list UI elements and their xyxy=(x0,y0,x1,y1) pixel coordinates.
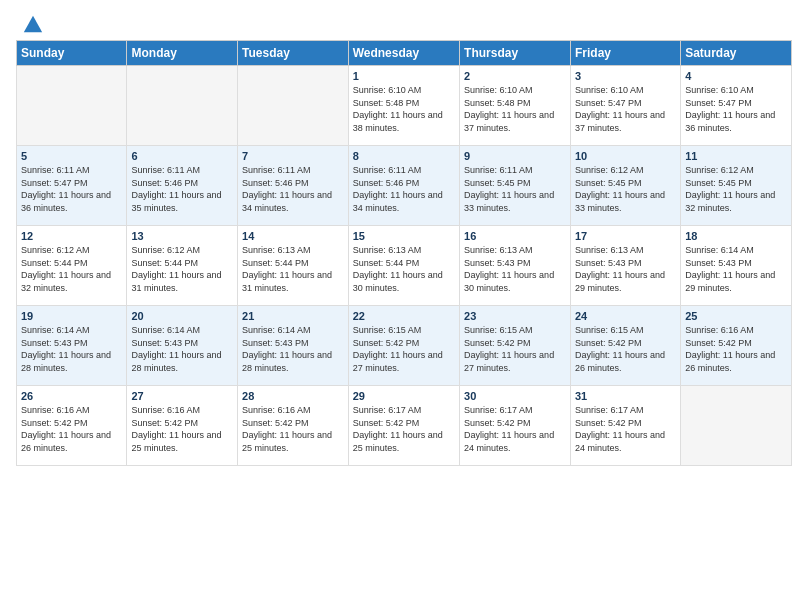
day-number: 23 xyxy=(464,310,566,322)
day-number: 17 xyxy=(575,230,676,242)
calendar-cell: 27Sunrise: 6:16 AMSunset: 5:42 PMDayligh… xyxy=(127,386,238,466)
calendar-header-row: SundayMondayTuesdayWednesdayThursdayFrid… xyxy=(17,41,792,66)
day-number: 1 xyxy=(353,70,455,82)
day-number: 11 xyxy=(685,150,787,162)
calendar-cell: 26Sunrise: 6:16 AMSunset: 5:42 PMDayligh… xyxy=(17,386,127,466)
calendar-week-row: 19Sunrise: 6:14 AMSunset: 5:43 PMDayligh… xyxy=(17,306,792,386)
calendar-table: SundayMondayTuesdayWednesdayThursdayFrid… xyxy=(16,40,792,466)
calendar-cell: 20Sunrise: 6:14 AMSunset: 5:43 PMDayligh… xyxy=(127,306,238,386)
day-info: Sunrise: 6:11 AMSunset: 5:46 PMDaylight:… xyxy=(131,164,233,214)
day-number: 21 xyxy=(242,310,344,322)
day-number: 3 xyxy=(575,70,676,82)
day-number: 24 xyxy=(575,310,676,322)
calendar-cell: 15Sunrise: 6:13 AMSunset: 5:44 PMDayligh… xyxy=(348,226,459,306)
calendar-cell: 2Sunrise: 6:10 AMSunset: 5:48 PMDaylight… xyxy=(460,66,571,146)
calendar-cell: 10Sunrise: 6:12 AMSunset: 5:45 PMDayligh… xyxy=(570,146,680,226)
svg-marker-0 xyxy=(24,16,42,33)
calendar-cell: 8Sunrise: 6:11 AMSunset: 5:46 PMDaylight… xyxy=(348,146,459,226)
calendar-cell: 12Sunrise: 6:12 AMSunset: 5:44 PMDayligh… xyxy=(17,226,127,306)
day-info: Sunrise: 6:10 AMSunset: 5:48 PMDaylight:… xyxy=(353,84,455,134)
day-number: 28 xyxy=(242,390,344,402)
day-number: 15 xyxy=(353,230,455,242)
day-info: Sunrise: 6:15 AMSunset: 5:42 PMDaylight:… xyxy=(464,324,566,374)
calendar-cell: 13Sunrise: 6:12 AMSunset: 5:44 PMDayligh… xyxy=(127,226,238,306)
calendar-cell: 3Sunrise: 6:10 AMSunset: 5:47 PMDaylight… xyxy=(570,66,680,146)
day-info: Sunrise: 6:16 AMSunset: 5:42 PMDaylight:… xyxy=(685,324,787,374)
calendar-cell: 6Sunrise: 6:11 AMSunset: 5:46 PMDaylight… xyxy=(127,146,238,226)
day-info: Sunrise: 6:10 AMSunset: 5:47 PMDaylight:… xyxy=(685,84,787,134)
day-number: 22 xyxy=(353,310,455,322)
day-number: 31 xyxy=(575,390,676,402)
calendar-container: SundayMondayTuesdayWednesdayThursdayFrid… xyxy=(0,40,792,474)
col-header-sunday: Sunday xyxy=(17,41,127,66)
day-number: 25 xyxy=(685,310,787,322)
logo-icon xyxy=(22,14,44,36)
day-info: Sunrise: 6:12 AMSunset: 5:45 PMDaylight:… xyxy=(575,164,676,214)
col-header-wednesday: Wednesday xyxy=(348,41,459,66)
day-number: 12 xyxy=(21,230,122,242)
day-info: Sunrise: 6:16 AMSunset: 5:42 PMDaylight:… xyxy=(21,404,122,454)
col-header-saturday: Saturday xyxy=(681,41,792,66)
calendar-cell: 23Sunrise: 6:15 AMSunset: 5:42 PMDayligh… xyxy=(460,306,571,386)
col-header-friday: Friday xyxy=(570,41,680,66)
calendar-cell: 14Sunrise: 6:13 AMSunset: 5:44 PMDayligh… xyxy=(238,226,349,306)
day-number: 4 xyxy=(685,70,787,82)
day-info: Sunrise: 6:15 AMSunset: 5:42 PMDaylight:… xyxy=(353,324,455,374)
calendar-cell: 24Sunrise: 6:15 AMSunset: 5:42 PMDayligh… xyxy=(570,306,680,386)
day-number: 20 xyxy=(131,310,233,322)
day-number: 18 xyxy=(685,230,787,242)
day-info: Sunrise: 6:11 AMSunset: 5:46 PMDaylight:… xyxy=(242,164,344,214)
day-number: 16 xyxy=(464,230,566,242)
calendar-cell: 18Sunrise: 6:14 AMSunset: 5:43 PMDayligh… xyxy=(681,226,792,306)
day-info: Sunrise: 6:13 AMSunset: 5:44 PMDaylight:… xyxy=(353,244,455,294)
day-info: Sunrise: 6:11 AMSunset: 5:46 PMDaylight:… xyxy=(353,164,455,214)
day-info: Sunrise: 6:17 AMSunset: 5:42 PMDaylight:… xyxy=(575,404,676,454)
calendar-cell: 21Sunrise: 6:14 AMSunset: 5:43 PMDayligh… xyxy=(238,306,349,386)
calendar-cell: 31Sunrise: 6:17 AMSunset: 5:42 PMDayligh… xyxy=(570,386,680,466)
day-info: Sunrise: 6:16 AMSunset: 5:42 PMDaylight:… xyxy=(242,404,344,454)
day-number: 5 xyxy=(21,150,122,162)
day-number: 29 xyxy=(353,390,455,402)
calendar-cell: 22Sunrise: 6:15 AMSunset: 5:42 PMDayligh… xyxy=(348,306,459,386)
day-number: 19 xyxy=(21,310,122,322)
day-info: Sunrise: 6:13 AMSunset: 5:43 PMDaylight:… xyxy=(464,244,566,294)
calendar-cell xyxy=(17,66,127,146)
day-info: Sunrise: 6:12 AMSunset: 5:44 PMDaylight:… xyxy=(21,244,122,294)
calendar-cell: 29Sunrise: 6:17 AMSunset: 5:42 PMDayligh… xyxy=(348,386,459,466)
day-number: 30 xyxy=(464,390,566,402)
calendar-cell: 17Sunrise: 6:13 AMSunset: 5:43 PMDayligh… xyxy=(570,226,680,306)
day-number: 6 xyxy=(131,150,233,162)
day-info: Sunrise: 6:10 AMSunset: 5:48 PMDaylight:… xyxy=(464,84,566,134)
day-number: 27 xyxy=(131,390,233,402)
calendar-week-row: 26Sunrise: 6:16 AMSunset: 5:42 PMDayligh… xyxy=(17,386,792,466)
calendar-cell: 30Sunrise: 6:17 AMSunset: 5:42 PMDayligh… xyxy=(460,386,571,466)
day-info: Sunrise: 6:14 AMSunset: 5:43 PMDaylight:… xyxy=(685,244,787,294)
col-header-monday: Monday xyxy=(127,41,238,66)
day-number: 26 xyxy=(21,390,122,402)
day-number: 13 xyxy=(131,230,233,242)
day-info: Sunrise: 6:12 AMSunset: 5:45 PMDaylight:… xyxy=(685,164,787,214)
day-info: Sunrise: 6:11 AMSunset: 5:47 PMDaylight:… xyxy=(21,164,122,214)
day-info: Sunrise: 6:14 AMSunset: 5:43 PMDaylight:… xyxy=(131,324,233,374)
day-info: Sunrise: 6:15 AMSunset: 5:42 PMDaylight:… xyxy=(575,324,676,374)
col-header-tuesday: Tuesday xyxy=(238,41,349,66)
calendar-cell xyxy=(681,386,792,466)
calendar-cell: 11Sunrise: 6:12 AMSunset: 5:45 PMDayligh… xyxy=(681,146,792,226)
calendar-cell: 19Sunrise: 6:14 AMSunset: 5:43 PMDayligh… xyxy=(17,306,127,386)
calendar-cell: 9Sunrise: 6:11 AMSunset: 5:45 PMDaylight… xyxy=(460,146,571,226)
calendar-cell: 16Sunrise: 6:13 AMSunset: 5:43 PMDayligh… xyxy=(460,226,571,306)
day-number: 14 xyxy=(242,230,344,242)
calendar-week-row: 1Sunrise: 6:10 AMSunset: 5:48 PMDaylight… xyxy=(17,66,792,146)
calendar-cell: 4Sunrise: 6:10 AMSunset: 5:47 PMDaylight… xyxy=(681,66,792,146)
day-info: Sunrise: 6:10 AMSunset: 5:47 PMDaylight:… xyxy=(575,84,676,134)
calendar-cell: 28Sunrise: 6:16 AMSunset: 5:42 PMDayligh… xyxy=(238,386,349,466)
day-info: Sunrise: 6:11 AMSunset: 5:45 PMDaylight:… xyxy=(464,164,566,214)
day-number: 2 xyxy=(464,70,566,82)
day-number: 10 xyxy=(575,150,676,162)
day-info: Sunrise: 6:17 AMSunset: 5:42 PMDaylight:… xyxy=(353,404,455,454)
day-number: 7 xyxy=(242,150,344,162)
col-header-thursday: Thursday xyxy=(460,41,571,66)
day-info: Sunrise: 6:16 AMSunset: 5:42 PMDaylight:… xyxy=(131,404,233,454)
day-info: Sunrise: 6:14 AMSunset: 5:43 PMDaylight:… xyxy=(21,324,122,374)
day-number: 8 xyxy=(353,150,455,162)
